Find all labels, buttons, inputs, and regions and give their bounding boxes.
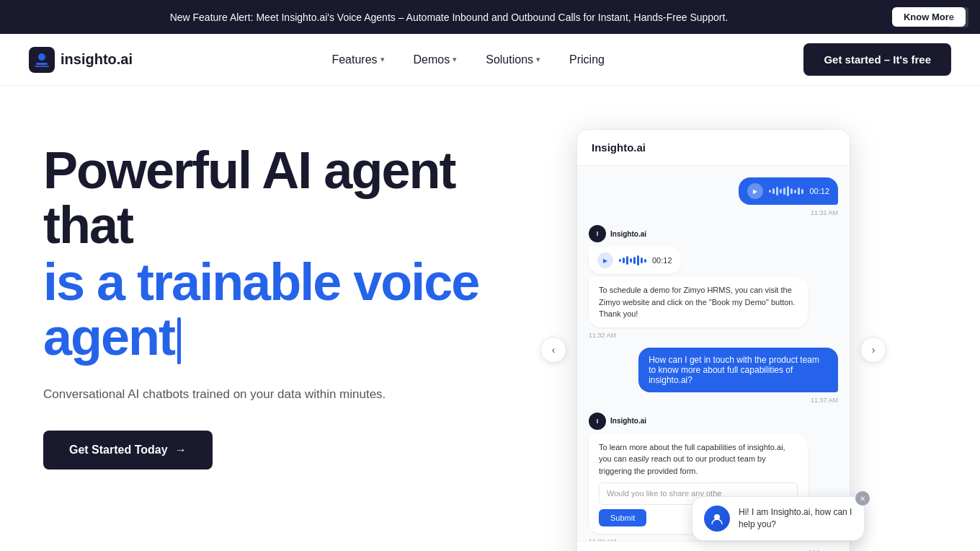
bot-name: Insighto.ai — [610, 230, 646, 238]
bot-header: I Insighto.ai — [589, 225, 646, 242]
form-submit-button[interactable]: Submit — [599, 509, 646, 526]
user-audio-bubble: ▶ 00:12 — [739, 177, 838, 205]
alert-close-button[interactable]: ✕ — [948, 7, 968, 27]
svg-rect-2 — [36, 63, 48, 65]
chevron-down-icon: ▾ — [380, 55, 385, 64]
chat-input-row: 🎙 🖼 📷 — [577, 541, 850, 551]
bot-header: I Insighto.ai — [589, 413, 646, 430]
audio-waveform — [619, 255, 646, 266]
hero-dynamic-text: is a trainable voiceagent — [43, 253, 478, 366]
navbar: insighto.ai Features ▾ Demos ▾ Solutions… — [0, 34, 980, 86]
nav-solutions[interactable]: Solutions ▾ — [474, 48, 552, 72]
message-timestamp: 11:32 AM — [589, 332, 616, 339]
message-timestamp: 11:31 AM — [811, 209, 838, 216]
message-row: ▶ 00:12 11:31 AM — [589, 177, 838, 216]
carousel-prev-button[interactable]: ‹ — [540, 337, 566, 363]
alert-text: New Feature Alert: Meet Insighto.ai's Vo… — [14, 12, 883, 23]
hero-title-dynamic: is a trainable voiceagent — [43, 255, 548, 364]
play-icon[interactable]: ▶ — [597, 252, 613, 268]
chevron-down-icon: ▾ — [536, 55, 540, 64]
hero-cta-button[interactable]: Get Started Today → — [43, 431, 213, 470]
play-icon[interactable]: ▶ — [747, 183, 763, 199]
hero-subtitle: Conversational AI chatbots trained on yo… — [43, 384, 404, 404]
hero-left: Powerful AI agent that is a trainable vo… — [43, 129, 548, 470]
svg-point-1 — [38, 53, 45, 61]
audio-waveform — [769, 185, 803, 197]
nav-demos[interactable]: Demos ▾ — [402, 48, 469, 72]
audio-duration: 00:12 — [809, 187, 829, 195]
chat-body: ▶ 00:12 11:31 AM I Insighto.ai — [577, 166, 850, 541]
nav-links: Features ▾ Demos ▾ Solutions ▾ Pricing — [320, 48, 616, 72]
arrow-icon: → — [175, 444, 187, 457]
hero-cta-label: Get Started Today — [69, 444, 168, 457]
bot-name: Insighto.ai — [610, 417, 646, 425]
bot-audio-bubble: ▶ 00:12 — [589, 247, 681, 274]
message-timestamp: 11:37 AM — [811, 397, 838, 404]
hero-title-static: Powerful AI agent that — [43, 144, 548, 252]
nav-features[interactable]: Features ▾ — [320, 48, 396, 72]
user-message-text: How can I get in touch with the product … — [638, 348, 838, 392]
message-timestamp: 11:38 AM — [589, 538, 616, 542]
svg-rect-3 — [35, 66, 49, 67]
floating-chat-text: Hi! I am Insighto.ai, how can I help you… — [739, 506, 852, 531]
bot-message-text: To schedule a demo for Zimyo HRMS, you c… — [589, 277, 808, 327]
chat-header: Insighto.ai — [577, 130, 850, 166]
bot-avatar: I — [589, 225, 606, 242]
message-row: How can I get in touch with the product … — [589, 348, 838, 404]
close-icon: ✕ — [954, 10, 963, 24]
nav-pricing[interactable]: Pricing — [558, 48, 616, 72]
audio-duration: 00:12 — [652, 256, 672, 265]
logo-icon — [29, 47, 55, 73]
floating-chat-close[interactable]: ✕ — [855, 491, 870, 506]
logo-link[interactable]: insighto.ai — [29, 47, 133, 73]
chat-bot-avatar — [704, 506, 730, 532]
bot-avatar: I — [589, 413, 606, 430]
chevron-down-icon: ▾ — [453, 55, 457, 64]
hero-right: ‹ › Insighto.ai ▶ 00:12 11:31 AM — [576, 129, 850, 551]
message-row: I Insighto.ai ▶ 00:12 To schedule a demo… — [589, 225, 838, 339]
nav-cta-button[interactable]: Get started – It's free — [803, 43, 951, 76]
floating-chat-widget: ✕ Hi! I am Insighto.ai, how can I help y… — [692, 496, 865, 541]
hero-section: Powerful AI agent that is a trainable vo… — [0, 86, 980, 551]
logo-text: insighto.ai — [61, 51, 133, 68]
chat-window: Insighto.ai ▶ 00:12 11:31 AM — [576, 129, 850, 551]
carousel-next-button[interactable]: › — [860, 337, 886, 363]
alert-banner: New Feature Alert: Meet Insighto.ai's Vo… — [0, 0, 980, 34]
cursor-bar — [177, 317, 181, 364]
